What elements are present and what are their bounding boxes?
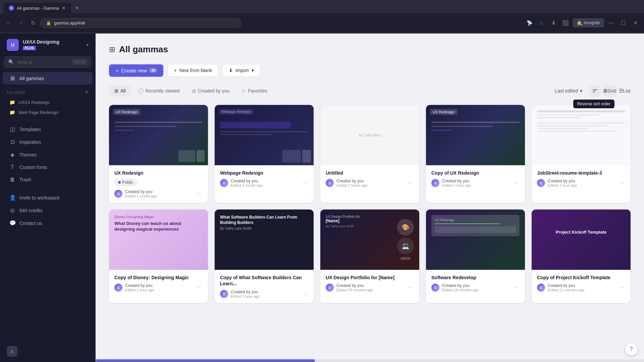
folder-item-ux-redesign[interactable]: 📁 UX/UI Redesign bbox=[0, 97, 95, 107]
import-button[interactable]: ⬇ Import ▾ bbox=[222, 64, 260, 77]
new-tab-button[interactable]: + bbox=[72, 3, 82, 13]
bookmark-button[interactable]: ☆ bbox=[537, 18, 546, 27]
add-folder-button[interactable]: + bbox=[85, 89, 89, 96]
maximize-button[interactable]: ☐ bbox=[619, 18, 628, 27]
scroll-bar-container[interactable] bbox=[96, 359, 644, 362]
sidebar-item-custom-fonts[interactable]: T Custom fonts bbox=[3, 161, 93, 173]
all-tab-icon: ⊞ bbox=[114, 88, 118, 94]
card-more-button[interactable]: ··· bbox=[513, 284, 520, 291]
sidebar-item-templates[interactable]: ◫ Templates bbox=[3, 123, 93, 135]
card-meta-text: Created by you Edited 1 hour ago bbox=[442, 179, 510, 187]
back-button[interactable]: ← bbox=[4, 18, 13, 27]
nav-bar: ← → ↻ 🔒 gamma.app/#all 📡 ☆ ⬇ ⬛ 🕵 Incogni… bbox=[0, 13, 644, 32]
list-view-button[interactable]: ☰ List bbox=[619, 85, 631, 97]
address-bar[interactable]: 🔒 gamma.app/#all bbox=[40, 18, 241, 28]
folder-item-web-redesign[interactable]: 📁 Web Page Redesign bbox=[0, 107, 95, 117]
card-body: Copy of UX Redesign U Created by you Edi… bbox=[426, 165, 525, 192]
filter-tab-recently-viewed[interactable]: 🕐 Recently viewed bbox=[132, 85, 185, 96]
card-title: Copy of Disney: Designing Magic bbox=[114, 275, 203, 281]
card-meta: U Created by you Edited 1 hour ago ··· bbox=[114, 283, 203, 292]
card-body: Untitled U Created by you Edited 2 hours… bbox=[320, 165, 419, 192]
workspace-avatar: U bbox=[7, 39, 19, 51]
card-untitled[interactable]: by Cathy Sims Untitled U Created by you … bbox=[320, 105, 419, 203]
sort-chevron-icon: ▾ bbox=[580, 88, 582, 94]
create-plus-icon: + bbox=[116, 68, 119, 73]
blank-label: New from blank bbox=[179, 68, 212, 73]
forward-button[interactable]: → bbox=[16, 18, 25, 27]
thumb-devices bbox=[178, 150, 205, 162]
card-more-button[interactable]: ··· bbox=[513, 179, 520, 187]
card-title: UX Design Portfolio for [Name] bbox=[326, 275, 414, 281]
grid-view-button[interactable]: ⊞ Grid bbox=[604, 85, 616, 97]
scroll-bar-thumb[interactable] bbox=[96, 359, 315, 362]
card-more-button[interactable]: ··· bbox=[618, 179, 625, 187]
workspace-header[interactable]: U UX/UI Designing PLUS ▾ bbox=[0, 34, 95, 56]
card-body: Webpage Redesign U Created by you Edited… bbox=[215, 165, 314, 192]
sidebar-item-label: Trash bbox=[19, 177, 31, 182]
card-avatar: U bbox=[537, 284, 545, 292]
help-button[interactable]: ? bbox=[625, 343, 637, 355]
card-more-button[interactable]: ··· bbox=[301, 179, 308, 187]
card-meta-text: Created by you Edited 1 hour ago bbox=[231, 290, 299, 298]
card-meta: U Created by you Edited 11 minutes ago ·… bbox=[537, 283, 625, 292]
sidebar-item-invite[interactable]: 👤 Invite to workspace bbox=[3, 191, 93, 204]
workspace-chevron-icon: ▾ bbox=[87, 43, 89, 47]
sidebar-item-trash[interactable]: 🗑 Trash bbox=[3, 174, 93, 186]
card-disney[interactable]: Disney Designing Magic What Disney can t… bbox=[109, 209, 208, 303]
card-edited: Edited 2 hours ago bbox=[336, 183, 404, 187]
card-creator: Created by you bbox=[125, 283, 193, 288]
create-new-button[interactable]: + Create new AI bbox=[109, 64, 163, 77]
download-button[interactable]: ⬇ bbox=[549, 18, 558, 27]
card-meta-text: Created by you Edited 2 hours ago bbox=[336, 179, 404, 187]
card-more-button[interactable]: ··· bbox=[407, 284, 414, 291]
card-thumbnail: Webpage Redesign bbox=[215, 105, 314, 165]
folders-label: Folders bbox=[7, 90, 25, 95]
cast-button[interactable]: 📡 bbox=[525, 18, 534, 27]
filter-tab-label: Created by you bbox=[198, 88, 230, 94]
card-edited: Edited 1 hour ago bbox=[548, 183, 615, 187]
card-more-button[interactable]: ··· bbox=[301, 290, 308, 298]
card-software-redevelop[interactable]: UX Redesign Software Redevelop U Created… bbox=[426, 209, 525, 303]
minimize-button[interactable]: — bbox=[606, 18, 616, 27]
card-webpage-redesign[interactable]: Webpage Redesign Webpage Redesign U bbox=[215, 105, 314, 203]
card-ux-portfolio[interactable]: UX Design Portfolio for [Name] By Cathy … bbox=[320, 209, 419, 303]
sidebar-search[interactable]: 🔍 Jump to Ctrl+K bbox=[4, 56, 91, 68]
active-tab[interactable]: G All gammas - Gamma ✕ bbox=[3, 3, 71, 13]
card-thumbnail: UX Design Portfolio for [Name] By Cathy … bbox=[320, 209, 419, 270]
sidebar-item-credits[interactable]: ◎ 640 credits bbox=[3, 204, 93, 217]
card-more-button[interactable]: ··· bbox=[618, 284, 625, 291]
software-title: What Software Builders Can Learn From Bu… bbox=[220, 215, 308, 225]
reverse-sort-button[interactable] bbox=[589, 85, 601, 97]
card-jobstreet[interactable]: JobStreet-resume-template-3 U Created by… bbox=[532, 105, 631, 203]
reload-button[interactable]: ↻ bbox=[28, 18, 38, 27]
card-meta: U Created by you Edited 1 hour ago ··· bbox=[431, 179, 520, 187]
inspiration-icon: ⊡ bbox=[9, 139, 15, 145]
new-from-blank-button[interactable]: + New from blank bbox=[167, 64, 218, 77]
close-window-button[interactable]: ✕ bbox=[631, 18, 640, 27]
action-bar: + Create new AI + New from blank ⬇ Impor… bbox=[109, 64, 631, 77]
card-edited: Edited 23 minutes ago bbox=[336, 288, 404, 292]
card-avatar: U bbox=[431, 179, 439, 187]
card-more-button[interactable]: ··· bbox=[196, 284, 203, 291]
card-ux-redesign[interactable]: UX Redesign UX Redesign Pub bbox=[109, 105, 208, 203]
filter-tab-favorites[interactable]: ☆ Favorites bbox=[236, 85, 273, 96]
card-copy-ux-redesign[interactable]: UX Redesign Copy of UX Redesign U Create… bbox=[426, 105, 525, 203]
filter-tab-created-by-you[interactable]: ◎ Created by you bbox=[186, 85, 235, 96]
app-layout: U UX/UI Designing PLUS ▾ 🔍 Jump to Ctrl+… bbox=[0, 34, 644, 362]
sidebar-item-all-gammas[interactable]: ⊞ All gammas bbox=[3, 72, 93, 84]
tablet-button[interactable]: ⬛ bbox=[561, 18, 570, 27]
sidebar-item-themes[interactable]: ◈ Themes bbox=[3, 148, 93, 161]
grid-icon: ⊞ bbox=[603, 88, 607, 94]
filter-tab-all[interactable]: ⊞ All bbox=[109, 85, 131, 96]
card-project-kickoff[interactable]: Project Kickoff Template Copy of Project… bbox=[532, 209, 631, 303]
sort-button[interactable]: Last edited ▾ bbox=[551, 85, 587, 96]
card-more-button[interactable]: ··· bbox=[196, 190, 203, 197]
filter-tabs: ⊞ All 🕐 Recently viewed ◎ Created by you… bbox=[109, 85, 551, 96]
tab-close-btn[interactable]: ✕ bbox=[62, 5, 66, 11]
card-software-builders[interactable]: What Software Builders Can Learn From Bu… bbox=[215, 209, 314, 303]
sidebar-item-inspiration[interactable]: ⊡ Inspiration bbox=[3, 136, 93, 148]
recent-tab-icon: 🕐 bbox=[138, 88, 144, 94]
sidebar-item-contact[interactable]: 💬 Contact us bbox=[3, 217, 93, 229]
invite-icon: 👤 bbox=[9, 194, 15, 201]
card-more-button[interactable]: ··· bbox=[407, 179, 414, 187]
